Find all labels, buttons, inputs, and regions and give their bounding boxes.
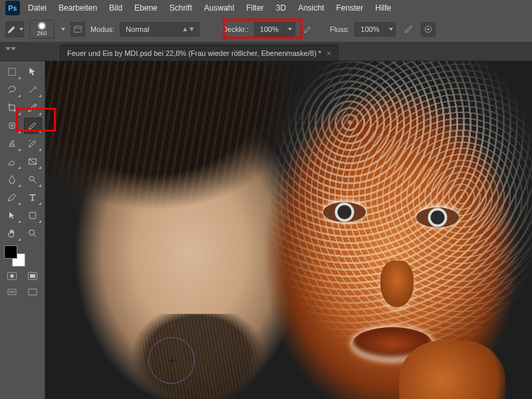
tool-preset-picker[interactable]: [5, 21, 24, 37]
document-canvas[interactable]: [55, 61, 532, 399]
foreground-swatch[interactable]: [4, 245, 17, 259]
app-logo: Ps: [5, 1, 20, 15]
canvas-area[interactable]: [45, 61, 532, 399]
svg-point-1: [411, 26, 412, 27]
brush-panel-toggle[interactable]: [70, 22, 85, 37]
brush-size-value: 260: [37, 30, 47, 37]
svg-point-16: [9, 291, 11, 293]
select-arrows-icon: ▲▼: [182, 25, 195, 33]
tool-eyedropper[interactable]: [24, 100, 43, 116]
svg-point-17: [11, 291, 13, 293]
edit-toolbar[interactable]: [3, 285, 21, 299]
tool-brush[interactable]: [24, 118, 43, 134]
tool-lasso[interactable]: [3, 82, 21, 98]
menu-ebene[interactable]: Ebene: [134, 3, 158, 13]
tool-gradient[interactable]: [24, 154, 43, 170]
color-swatches[interactable]: [4, 245, 25, 267]
document-tab-row: Feuer und Eis by MDI.psd bei 22,8% (Frau…: [0, 43, 532, 61]
pen-pressure-icon: [303, 24, 313, 35]
chevron-down-icon: [389, 28, 393, 31]
svg-point-2: [412, 25, 412, 26]
tab-overflow-icon[interactable]: [4, 45, 13, 55]
svg-point-12: [10, 274, 13, 277]
chevron-down-icon: [19, 28, 23, 31]
flow-field[interactable]: 100%: [354, 22, 396, 37]
option-bar: 260 Modus: Normal ▲▼ Deckkr.: 100% Fluss…: [0, 16, 532, 43]
tool-move[interactable]: [24, 64, 43, 80]
menu-fenster[interactable]: Fenster: [336, 3, 364, 13]
svg-rect-14: [30, 274, 35, 277]
tool-spot-heal[interactable]: [3, 118, 21, 134]
tool-type[interactable]: [24, 190, 43, 205]
tool-pen[interactable]: [3, 190, 21, 205]
menu-hilfe[interactable]: Hilfe: [375, 3, 391, 13]
menu-datei[interactable]: Datei: [28, 3, 47, 13]
mode-label: Modus:: [90, 25, 114, 33]
svg-point-4: [428, 28, 430, 30]
menu-3d[interactable]: 3D: [276, 3, 286, 13]
menu-auswahl[interactable]: Auswahl: [204, 3, 234, 13]
menu-filter[interactable]: Filter: [246, 3, 264, 13]
panel-icon: [73, 25, 82, 34]
tool-eraser[interactable]: [3, 154, 21, 170]
document-tab[interactable]: Feuer und Eis by MDI.psd bei 22,8% (Frau…: [60, 45, 338, 61]
blend-mode-value: Normal: [126, 25, 149, 33]
opacity-value: 100%: [255, 25, 284, 33]
tab-close-button[interactable]: ×: [327, 49, 331, 57]
svg-point-18: [13, 291, 14, 293]
tool-magic-wand[interactable]: [24, 82, 43, 98]
menu-schrift[interactable]: Schrift: [170, 3, 192, 13]
flow-dropdown[interactable]: [384, 23, 395, 36]
menu-ansicht[interactable]: Ansicht: [298, 3, 324, 13]
tool-path-select[interactable]: [3, 207, 21, 223]
artwork: [55, 61, 532, 399]
art-right-hand: [399, 340, 505, 399]
svg-rect-9: [30, 212, 36, 218]
chevron-down-icon: [288, 28, 292, 31]
svg-rect-19: [29, 289, 37, 295]
tool-history-brush[interactable]: [24, 136, 43, 152]
chevron-down-icon[interactable]: [61, 28, 65, 31]
svg-rect-5: [8, 68, 15, 76]
screen-mode-cycle[interactable]: [24, 285, 43, 299]
workspace: [0, 61, 532, 399]
opacity-field[interactable]: 100%: [254, 22, 295, 37]
tool-hand[interactable]: [3, 225, 21, 241]
svg-rect-0: [74, 26, 82, 32]
tool-dodge[interactable]: [24, 172, 43, 188]
tool-crop[interactable]: [3, 100, 21, 116]
airbrush-toggle[interactable]: [401, 22, 416, 37]
app-logo-text: Ps: [8, 4, 17, 12]
flow-value: 100%: [355, 25, 384, 33]
tool-shape[interactable]: [24, 207, 43, 223]
tool-palette: [0, 61, 45, 399]
brush-cursor: [148, 337, 195, 384]
tablet-pressure-icon: [423, 24, 434, 35]
menu-bild[interactable]: Bild: [109, 3, 122, 13]
opacity-dropdown[interactable]: [284, 23, 295, 36]
brush-preview-dot: [37, 21, 47, 31]
flow-label: Fluss:: [330, 25, 349, 33]
art-right-eye-left: [323, 202, 366, 222]
art-right-nose: [380, 261, 414, 307]
tool-zoom[interactable]: [24, 225, 43, 241]
tool-clone-stamp[interactable]: [3, 136, 21, 152]
svg-point-10: [29, 230, 35, 235]
airbrush-icon: [403, 24, 414, 35]
menu-bearbeiten[interactable]: Bearbeiten: [59, 3, 97, 13]
document-tab-title: Feuer und Eis by MDI.psd bei 22,8% (Frau…: [67, 49, 321, 57]
screen-mode-toggle[interactable]: [24, 269, 43, 283]
blend-mode-select[interactable]: Normal ▲▼: [120, 22, 200, 37]
opacity-label: Deckkr.:: [222, 25, 249, 33]
brush-icon: [6, 23, 18, 35]
tool-marquee[interactable]: [3, 64, 21, 80]
quick-mask-toggle[interactable]: [3, 269, 21, 283]
menu-bar: Ps Datei Bearbeiten Bild Ebene Schrift A…: [0, 0, 532, 16]
svg-point-8: [30, 176, 35, 181]
brush-preset-picker[interactable]: 260: [29, 20, 55, 39]
art-right-eye-right: [416, 207, 459, 227]
tool-blur[interactable]: [3, 172, 21, 188]
opacity-pressure-toggle[interactable]: [301, 22, 315, 37]
size-pressure-toggle[interactable]: [421, 22, 436, 37]
